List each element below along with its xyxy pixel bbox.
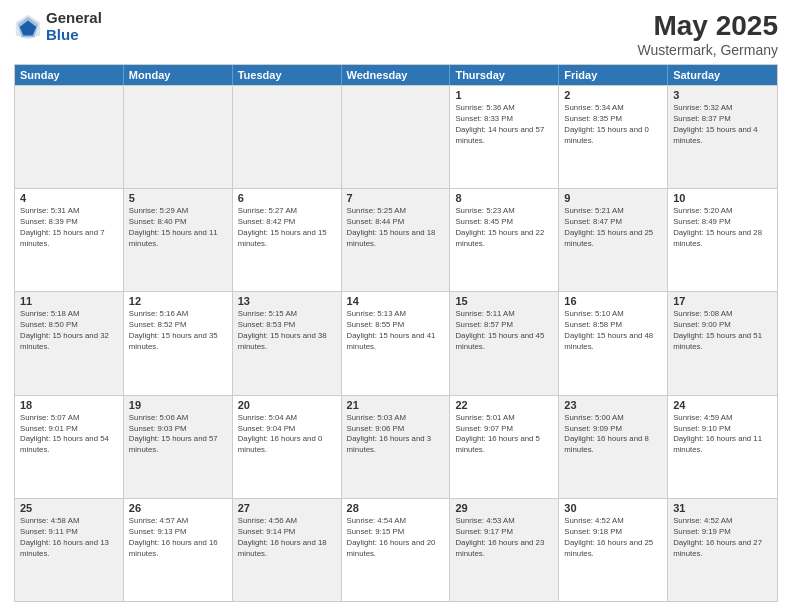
- day-number: 16: [564, 295, 662, 307]
- logo-icon: [14, 13, 42, 41]
- day-number: 29: [455, 502, 553, 514]
- page: General Blue May 2025 Wustermark, German…: [0, 0, 792, 612]
- day-number: 21: [347, 399, 445, 411]
- calendar-cell: 21Sunrise: 5:03 AM Sunset: 9:06 PM Dayli…: [342, 396, 451, 498]
- calendar-row-5: 25Sunrise: 4:58 AM Sunset: 9:11 PM Dayli…: [15, 498, 777, 601]
- logo-general-text: General: [46, 10, 102, 27]
- day-info: Sunrise: 5:21 AM Sunset: 8:47 PM Dayligh…: [564, 206, 662, 250]
- day-number: 8: [455, 192, 553, 204]
- day-number: 17: [673, 295, 772, 307]
- day-number: 22: [455, 399, 553, 411]
- calendar-subtitle: Wustermark, Germany: [637, 42, 778, 58]
- day-number: 9: [564, 192, 662, 204]
- header-friday: Friday: [559, 65, 668, 85]
- calendar-cell: 2Sunrise: 5:34 AM Sunset: 8:35 PM Daylig…: [559, 86, 668, 188]
- logo-blue-text: Blue: [46, 27, 102, 44]
- day-number: 13: [238, 295, 336, 307]
- calendar-cell: 6Sunrise: 5:27 AM Sunset: 8:42 PM Daylig…: [233, 189, 342, 291]
- day-info: Sunrise: 5:29 AM Sunset: 8:40 PM Dayligh…: [129, 206, 227, 250]
- day-number: 5: [129, 192, 227, 204]
- calendar-cell: 29Sunrise: 4:53 AM Sunset: 9:17 PM Dayli…: [450, 499, 559, 601]
- day-info: Sunrise: 5:03 AM Sunset: 9:06 PM Dayligh…: [347, 413, 445, 457]
- header-saturday: Saturday: [668, 65, 777, 85]
- calendar-cell: 13Sunrise: 5:15 AM Sunset: 8:53 PM Dayli…: [233, 292, 342, 394]
- title-block: May 2025 Wustermark, Germany: [637, 10, 778, 58]
- calendar-cell: [124, 86, 233, 188]
- day-info: Sunrise: 5:20 AM Sunset: 8:49 PM Dayligh…: [673, 206, 772, 250]
- day-info: Sunrise: 5:07 AM Sunset: 9:01 PM Dayligh…: [20, 413, 118, 457]
- calendar-cell: 3Sunrise: 5:32 AM Sunset: 8:37 PM Daylig…: [668, 86, 777, 188]
- day-info: Sunrise: 5:10 AM Sunset: 8:58 PM Dayligh…: [564, 309, 662, 353]
- day-info: Sunrise: 5:15 AM Sunset: 8:53 PM Dayligh…: [238, 309, 336, 353]
- calendar-body: 1Sunrise: 5:36 AM Sunset: 8:33 PM Daylig…: [15, 85, 777, 601]
- day-number: 28: [347, 502, 445, 514]
- day-info: Sunrise: 5:06 AM Sunset: 9:03 PM Dayligh…: [129, 413, 227, 457]
- calendar-cell: 1Sunrise: 5:36 AM Sunset: 8:33 PM Daylig…: [450, 86, 559, 188]
- calendar-cell: 23Sunrise: 5:00 AM Sunset: 9:09 PM Dayli…: [559, 396, 668, 498]
- calendar-cell: 5Sunrise: 5:29 AM Sunset: 8:40 PM Daylig…: [124, 189, 233, 291]
- day-info: Sunrise: 4:57 AM Sunset: 9:13 PM Dayligh…: [129, 516, 227, 560]
- day-info: Sunrise: 5:34 AM Sunset: 8:35 PM Dayligh…: [564, 103, 662, 147]
- header-sunday: Sunday: [15, 65, 124, 85]
- day-number: 19: [129, 399, 227, 411]
- header: General Blue May 2025 Wustermark, German…: [14, 10, 778, 58]
- calendar-cell: 9Sunrise: 5:21 AM Sunset: 8:47 PM Daylig…: [559, 189, 668, 291]
- day-info: Sunrise: 5:08 AM Sunset: 9:00 PM Dayligh…: [673, 309, 772, 353]
- day-info: Sunrise: 5:13 AM Sunset: 8:55 PM Dayligh…: [347, 309, 445, 353]
- day-number: 14: [347, 295, 445, 307]
- calendar-cell: 24Sunrise: 4:59 AM Sunset: 9:10 PM Dayli…: [668, 396, 777, 498]
- calendar-cell: 8Sunrise: 5:23 AM Sunset: 8:45 PM Daylig…: [450, 189, 559, 291]
- calendar-cell: 18Sunrise: 5:07 AM Sunset: 9:01 PM Dayli…: [15, 396, 124, 498]
- day-number: 26: [129, 502, 227, 514]
- calendar-row-2: 4Sunrise: 5:31 AM Sunset: 8:39 PM Daylig…: [15, 188, 777, 291]
- calendar-cell: [342, 86, 451, 188]
- day-info: Sunrise: 4:54 AM Sunset: 9:15 PM Dayligh…: [347, 516, 445, 560]
- calendar-cell: 28Sunrise: 4:54 AM Sunset: 9:15 PM Dayli…: [342, 499, 451, 601]
- day-info: Sunrise: 4:59 AM Sunset: 9:10 PM Dayligh…: [673, 413, 772, 457]
- calendar-cell: [233, 86, 342, 188]
- calendar-cell: 30Sunrise: 4:52 AM Sunset: 9:18 PM Dayli…: [559, 499, 668, 601]
- calendar-cell: 17Sunrise: 5:08 AM Sunset: 9:00 PM Dayli…: [668, 292, 777, 394]
- calendar-cell: 27Sunrise: 4:56 AM Sunset: 9:14 PM Dayli…: [233, 499, 342, 601]
- day-number: 15: [455, 295, 553, 307]
- day-number: 11: [20, 295, 118, 307]
- day-info: Sunrise: 4:53 AM Sunset: 9:17 PM Dayligh…: [455, 516, 553, 560]
- calendar-row-3: 11Sunrise: 5:18 AM Sunset: 8:50 PM Dayli…: [15, 291, 777, 394]
- day-number: 18: [20, 399, 118, 411]
- calendar-header: Sunday Monday Tuesday Wednesday Thursday…: [15, 65, 777, 85]
- day-number: 2: [564, 89, 662, 101]
- header-monday: Monday: [124, 65, 233, 85]
- calendar-cell: 22Sunrise: 5:01 AM Sunset: 9:07 PM Dayli…: [450, 396, 559, 498]
- calendar-cell: 14Sunrise: 5:13 AM Sunset: 8:55 PM Dayli…: [342, 292, 451, 394]
- header-tuesday: Tuesday: [233, 65, 342, 85]
- day-number: 6: [238, 192, 336, 204]
- calendar-cell: 19Sunrise: 5:06 AM Sunset: 9:03 PM Dayli…: [124, 396, 233, 498]
- calendar-cell: 31Sunrise: 4:52 AM Sunset: 9:19 PM Dayli…: [668, 499, 777, 601]
- calendar-cell: 12Sunrise: 5:16 AM Sunset: 8:52 PM Dayli…: [124, 292, 233, 394]
- day-number: 27: [238, 502, 336, 514]
- day-number: 25: [20, 502, 118, 514]
- day-info: Sunrise: 5:36 AM Sunset: 8:33 PM Dayligh…: [455, 103, 553, 147]
- calendar-row-1: 1Sunrise: 5:36 AM Sunset: 8:33 PM Daylig…: [15, 85, 777, 188]
- day-number: 31: [673, 502, 772, 514]
- day-number: 1: [455, 89, 553, 101]
- header-thursday: Thursday: [450, 65, 559, 85]
- calendar-title: May 2025: [637, 10, 778, 42]
- calendar-cell: 7Sunrise: 5:25 AM Sunset: 8:44 PM Daylig…: [342, 189, 451, 291]
- day-info: Sunrise: 5:11 AM Sunset: 8:57 PM Dayligh…: [455, 309, 553, 353]
- day-info: Sunrise: 5:01 AM Sunset: 9:07 PM Dayligh…: [455, 413, 553, 457]
- day-number: 10: [673, 192, 772, 204]
- day-number: 24: [673, 399, 772, 411]
- calendar-cell: 10Sunrise: 5:20 AM Sunset: 8:49 PM Dayli…: [668, 189, 777, 291]
- calendar: Sunday Monday Tuesday Wednesday Thursday…: [14, 64, 778, 602]
- day-info: Sunrise: 5:32 AM Sunset: 8:37 PM Dayligh…: [673, 103, 772, 147]
- calendar-row-4: 18Sunrise: 5:07 AM Sunset: 9:01 PM Dayli…: [15, 395, 777, 498]
- day-info: Sunrise: 5:27 AM Sunset: 8:42 PM Dayligh…: [238, 206, 336, 250]
- day-number: 4: [20, 192, 118, 204]
- calendar-cell: [15, 86, 124, 188]
- day-info: Sunrise: 4:58 AM Sunset: 9:11 PM Dayligh…: [20, 516, 118, 560]
- day-info: Sunrise: 5:16 AM Sunset: 8:52 PM Dayligh…: [129, 309, 227, 353]
- calendar-cell: 15Sunrise: 5:11 AM Sunset: 8:57 PM Dayli…: [450, 292, 559, 394]
- calendar-cell: 20Sunrise: 5:04 AM Sunset: 9:04 PM Dayli…: [233, 396, 342, 498]
- logo: General Blue: [14, 10, 102, 43]
